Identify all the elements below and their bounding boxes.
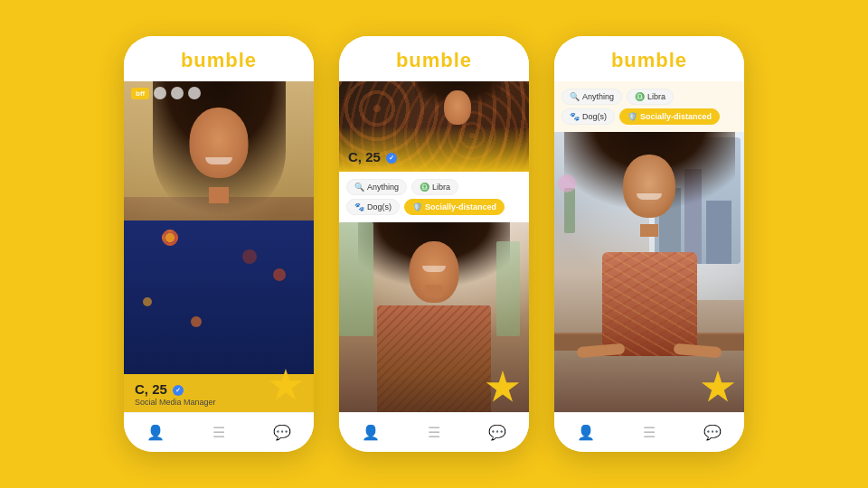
phone-nav-1: 👤 ☰ 💬 — [124, 412, 314, 452]
badge-row-2-1: 🔍 Anything ♎ Libra — [346, 179, 522, 195]
bff-badge: bff — [131, 88, 149, 99]
badge-row-2-2: 🐾 Dog(s) 🛡️ Socially-distanced — [346, 199, 522, 215]
app-title-3: bumble — [554, 36, 744, 81]
badge-anything-2: 🔍 Anything — [346, 179, 407, 195]
dot-btn-2[interactable] — [171, 87, 184, 99]
badge-libra-3: ♎ Libra — [627, 89, 674, 105]
app-title-2: bumble — [339, 36, 529, 81]
nav-person-icon-3[interactable]: 👤 — [576, 423, 596, 443]
badge-social-3: 🛡️ Socially-distanced — [619, 108, 720, 125]
dot-btn-3[interactable] — [188, 87, 201, 99]
top-bar-1: bff — [124, 81, 314, 105]
phone-body-2: C, 25 ✓ 🔍 Anything ♎ Libra 🐾 Dog(s) — [339, 81, 529, 452]
badge-dogs-2: 🐾 Dog(s) — [346, 199, 400, 215]
badge-anything-3: 🔍 Anything — [561, 89, 622, 105]
profile-top-2: C, 25 ✓ — [339, 81, 529, 172]
nav-menu-icon-1[interactable]: ☰ — [209, 423, 229, 443]
person-job-1: Social Media Manager — [135, 398, 303, 407]
nav-chat-icon-1[interactable]: 💬 — [272, 423, 292, 443]
nav-person-icon-1[interactable]: 👤 — [146, 423, 165, 443]
nav-person-icon-2[interactable]: 👤 — [361, 423, 381, 443]
phone-body-3: 🔍 Anything ♎ Libra 🐾 Dog(s) 🛡️ Socially-… — [554, 81, 744, 452]
dot-btn-1[interactable] — [154, 87, 166, 99]
nav-menu-icon-3[interactable]: ☰ — [639, 423, 659, 443]
photo-mid-2 — [339, 222, 529, 412]
verify-badge-2: ✓ — [386, 153, 397, 164]
phone-body-1: bff C, 25 ✓ Social Media Manager 👤 ☰ 💬 — [124, 81, 314, 452]
badges-area-2: 🔍 Anything ♎ Libra 🐾 Dog(s) 🛡️ Socially-… — [339, 172, 529, 222]
nav-chat-icon-2[interactable]: 💬 — [487, 423, 507, 443]
photo-fullscreen-1: bff C, 25 ✓ Social Media Manager — [124, 81, 314, 412]
app-title-1: bumble — [124, 36, 314, 81]
nav-menu-icon-2[interactable]: ☰ — [424, 423, 444, 443]
badge-row-3-2: 🐾 Dog(s) 🛡️ Socially-distanced — [561, 108, 737, 125]
phone-nav-3: 👤 ☰ 💬 — [554, 412, 744, 452]
verify-badge-1: ✓ — [173, 385, 184, 396]
badges-area-3: 🔍 Anything ♎ Libra 🐾 Dog(s) 🛡️ Socially-… — [554, 81, 744, 132]
profile-name-2: C, 25 ✓ — [348, 149, 397, 164]
badge-row-3-1: 🔍 Anything ♎ Libra — [561, 89, 737, 105]
badge-libra-2: ♎ Libra — [411, 179, 458, 195]
phone-3: bumble 🔍 Anything ♎ Libra 🐾 Dog(s) — [554, 36, 744, 452]
nav-chat-icon-3[interactable]: 💬 — [703, 423, 722, 443]
badge-dogs-3: 🐾 Dog(s) — [561, 108, 615, 125]
phone-nav-2: 👤 ☰ 💬 — [339, 412, 529, 452]
phone-2: bumble C, 25 ✓ 🔍 Anything — [339, 36, 529, 452]
photo-bottom-3 — [554, 132, 744, 412]
badge-social-2: 🛡️ Socially-distanced — [404, 199, 505, 215]
phone-1: bumble — [124, 36, 314, 452]
